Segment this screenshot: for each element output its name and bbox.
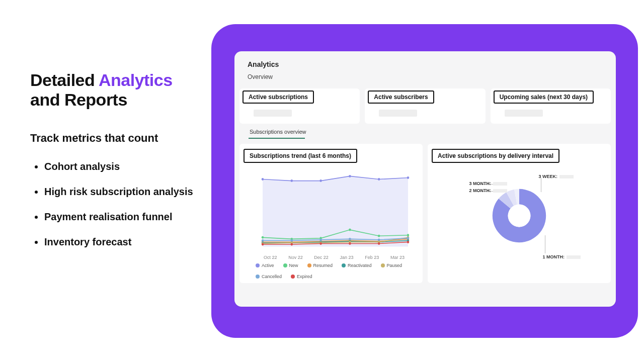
svg-point-40 xyxy=(349,242,351,245)
svg-point-34 xyxy=(349,238,351,240)
marketing-headline: Detailed Analytics and Reports xyxy=(30,70,196,110)
stat-card-active-subscribers[interactable]: Active subscribers xyxy=(365,88,485,124)
svg-point-38 xyxy=(291,243,293,246)
feature-item: Cohort analysis xyxy=(44,160,196,173)
analytics-panel: Analytics Overview Active subscriptions … xyxy=(234,51,616,307)
svg-point-10 xyxy=(349,229,351,231)
svg-point-4 xyxy=(349,175,351,177)
svg-point-35 xyxy=(378,238,380,241)
stat-card-upcoming-sales[interactable]: Upcoming sales (next 30 days) xyxy=(491,88,611,124)
donut-label-3month: 3 MONTH: xyxy=(469,181,508,186)
tab-subscriptions-overview[interactable]: Subscriptions overview xyxy=(249,127,307,137)
svg-point-1 xyxy=(262,178,264,180)
stat-label: Active subscribers xyxy=(368,90,434,104)
page-title: Analytics xyxy=(248,60,603,68)
chart-title: Subscriptions trend (last 6 months) xyxy=(244,149,357,163)
stat-value-skeleton xyxy=(254,110,292,117)
svg-point-2 xyxy=(291,179,293,182)
feature-item: High risk subscription analysis xyxy=(44,185,196,198)
stat-value-skeleton xyxy=(379,110,417,117)
svg-point-31 xyxy=(262,239,264,242)
trend-chart-svg xyxy=(246,166,417,254)
leader-line xyxy=(541,178,541,192)
donut-label-3week: 3 WEEK: xyxy=(538,174,574,179)
svg-point-41 xyxy=(378,242,380,245)
svg-point-39 xyxy=(319,242,322,245)
svg-point-43 xyxy=(508,205,531,227)
svg-point-33 xyxy=(319,238,322,241)
feature-item: Inventory forecast xyxy=(44,235,196,248)
leader-line xyxy=(545,235,545,253)
trend-xlabels: Oct 22Nov 22Dec 22Jan 23Feb 23Mar 23 xyxy=(246,254,417,260)
svg-point-3 xyxy=(319,179,322,182)
svg-point-36 xyxy=(407,237,410,239)
svg-point-11 xyxy=(378,235,380,237)
page-subtitle: Overview xyxy=(248,73,603,80)
svg-point-42 xyxy=(407,241,410,243)
svg-point-12 xyxy=(407,234,410,236)
stat-label: Upcoming sales (next 30 days) xyxy=(494,90,594,104)
marketing-subheadline: Track metrics that count xyxy=(30,132,196,145)
stat-label: Active subscriptions xyxy=(243,90,314,104)
svg-point-37 xyxy=(262,243,264,246)
svg-point-7 xyxy=(262,236,264,239)
svg-point-32 xyxy=(291,239,293,242)
chart-subscriptions-trend: Subscriptions trend (last 6 months) Oct … xyxy=(239,144,423,283)
trend-legend: ActiveNewResumedReactivatedPausedCancell… xyxy=(246,260,417,279)
stat-value-skeleton xyxy=(505,110,543,117)
chart-title: Active subscriptions by delivery interva… xyxy=(432,149,559,163)
donut-label-1month: 1 MONTH: xyxy=(543,254,581,259)
donut-label-2month: 2 MONTH: xyxy=(469,188,508,193)
stat-card-active-subscriptions[interactable]: Active subscriptions xyxy=(239,88,360,124)
feature-item: Payment realisation funnel xyxy=(44,210,196,223)
feature-list: Cohort analysis High risk subscription a… xyxy=(30,160,196,248)
chart-delivery-interval: Active subscriptions by delivery interva… xyxy=(428,144,611,283)
svg-point-6 xyxy=(407,176,410,179)
svg-point-5 xyxy=(378,178,380,180)
